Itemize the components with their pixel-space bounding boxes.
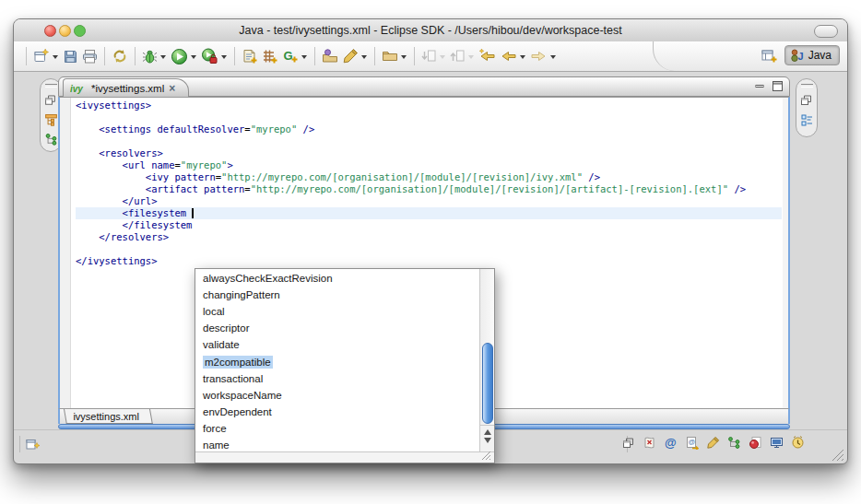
code-line[interactable]: </resolvers> xyxy=(76,231,782,243)
source-page-tab[interactable]: ivysettings.xml xyxy=(64,409,152,424)
new-file-plus-icon[interactable] xyxy=(242,48,258,64)
package-explorer-icon[interactable] xyxy=(44,113,58,127)
code-line[interactable] xyxy=(76,243,782,255)
pen-icon[interactable] xyxy=(342,48,359,64)
editor-tab-ivysettings[interactable]: ivy *ivysettings.xml × xyxy=(63,78,189,98)
main-toolbar: G J Java xyxy=(14,41,847,72)
code-line[interactable]: <artifact pattern="http://myrepo.com/[or… xyxy=(76,183,782,195)
autocomplete-item[interactable]: local xyxy=(195,303,479,320)
search-icon[interactable] xyxy=(706,436,720,450)
autocomplete-item[interactable]: changingPattern xyxy=(195,287,479,303)
back-dropdown-icon[interactable] xyxy=(520,55,525,59)
toolbar-separator xyxy=(374,47,375,65)
javadoc-icon[interactable]: @ xyxy=(664,436,678,450)
autocomplete-item[interactable]: force xyxy=(195,420,479,437)
next-annotation-icon[interactable] xyxy=(421,49,437,64)
trim-handle[interactable] xyxy=(45,84,57,88)
call-hierarchy-icon[interactable] xyxy=(727,436,741,450)
trim-handle[interactable] xyxy=(801,84,813,88)
window-resize-grip-icon[interactable] xyxy=(832,450,844,461)
run-icon[interactable] xyxy=(171,48,188,65)
toolbar-separator xyxy=(314,47,315,65)
autocomplete-item[interactable]: envDependent xyxy=(195,404,479,420)
code-line[interactable]: </ivysettings> xyxy=(76,255,782,267)
toolbar-separator xyxy=(414,47,415,65)
code-line[interactable]: <ivy pattern="http://myrepo.com/[organis… xyxy=(76,171,782,183)
annotation-ruler xyxy=(60,98,71,408)
popup-scrollbar[interactable] xyxy=(479,269,494,453)
autocomplete-item[interactable]: alwaysCheckExactRevision xyxy=(195,270,479,287)
java-perspective-button[interactable]: J Java xyxy=(784,45,840,65)
new-g-dropdown-icon[interactable] xyxy=(301,55,307,59)
save-icon[interactable] xyxy=(63,49,78,64)
run-dropdown-icon[interactable] xyxy=(191,55,196,59)
ivy-file-icon: ivy xyxy=(70,83,87,94)
titlebar[interactable]: Java - test/ivysettings.xml - Eclipse SD… xyxy=(14,19,847,42)
type-hierarchy-icon[interactable] xyxy=(44,133,58,147)
folder-icon[interactable] xyxy=(382,48,398,64)
outline-icon[interactable] xyxy=(800,113,814,127)
restore-views-icon[interactable] xyxy=(800,94,813,107)
workbench: ivy *ivysettings.xml × <ivysettings> <se… xyxy=(14,72,847,430)
new-wizard-icon[interactable] xyxy=(33,48,50,64)
autocomplete-item[interactable]: workspaceName xyxy=(195,387,479,404)
back-icon[interactable] xyxy=(500,48,517,65)
open-perspective-icon[interactable] xyxy=(761,47,777,64)
minimize-window-button[interactable] xyxy=(59,25,71,37)
scroll-up-icon[interactable] xyxy=(484,429,491,435)
next-annotation-dropdown-icon[interactable] xyxy=(440,55,445,59)
autocomplete-list: alwaysCheckExactRevisionchangingPatternl… xyxy=(195,269,479,453)
restore-views-icon[interactable] xyxy=(622,437,635,450)
run-external-dropdown-icon[interactable] xyxy=(221,55,227,59)
autocomplete-item[interactable]: descriptor xyxy=(195,320,479,336)
svg-text:@: @ xyxy=(665,436,677,450)
autocomplete-item[interactable]: transactional xyxy=(195,370,479,387)
forward-dropdown-icon[interactable] xyxy=(550,55,556,59)
code-line[interactable]: <settings defaultResolver="myrepo" /> xyxy=(76,123,782,135)
error-log-icon[interactable] xyxy=(643,436,656,450)
code-line[interactable]: </filesystem xyxy=(76,219,782,231)
scrollbar-thumb[interactable] xyxy=(482,343,493,424)
declaration-icon[interactable]: @ xyxy=(685,436,699,450)
code-line[interactable]: <url name="myrepo"> xyxy=(76,159,782,171)
code-line[interactable]: <filesystem xyxy=(76,207,782,219)
console-icon[interactable] xyxy=(770,436,784,450)
scroll-down-icon[interactable] xyxy=(484,438,491,443)
svg-text:@: @ xyxy=(689,438,696,446)
code-line[interactable] xyxy=(76,111,782,123)
window-title: Java - test/ivysettings.xml - Eclipse SD… xyxy=(97,19,764,41)
breakpoints-icon[interactable] xyxy=(749,436,762,450)
forward-icon[interactable] xyxy=(530,48,548,65)
zoom-window-button[interactable] xyxy=(74,25,86,37)
autocomplete-item[interactable]: validate xyxy=(195,336,479,353)
open-folder-icon[interactable] xyxy=(322,48,338,64)
history-icon[interactable] xyxy=(791,436,805,450)
previous-annotation-dropdown-icon[interactable] xyxy=(468,55,474,59)
minimized-views-tray: @ @ xyxy=(622,436,805,450)
new-grid-plus-icon[interactable] xyxy=(262,48,278,64)
debug-dropdown-icon[interactable] xyxy=(160,55,166,59)
run-external-icon[interactable] xyxy=(201,48,218,65)
code-line[interactable]: <ivysettings> xyxy=(76,100,782,111)
folder-dropdown-icon[interactable] xyxy=(401,55,407,59)
fast-view-icon[interactable] xyxy=(25,436,41,452)
maximize-view-icon[interactable] xyxy=(772,80,784,92)
code-line[interactable]: </url> xyxy=(76,195,782,207)
previous-annotation-icon[interactable] xyxy=(450,49,466,64)
print-icon[interactable] xyxy=(82,49,98,64)
minimize-view-icon[interactable] xyxy=(754,80,766,92)
popup-resize-grip-icon[interactable] xyxy=(481,451,491,460)
toolbar-toggle-button[interactable] xyxy=(814,25,838,38)
refresh-icon[interactable] xyxy=(112,48,128,64)
autocomplete-item[interactable]: m2compatible xyxy=(195,353,479,369)
new-wizard-dropdown-icon[interactable] xyxy=(53,55,58,59)
code-line[interactable]: <resolvers> xyxy=(76,147,782,159)
close-window-button[interactable] xyxy=(44,25,56,37)
restore-views-icon[interactable] xyxy=(44,94,57,107)
close-tab-icon[interactable]: × xyxy=(169,84,175,93)
new-g-plus-icon[interactable]: G xyxy=(282,48,299,64)
debug-icon[interactable] xyxy=(142,49,158,64)
pen-dropdown-icon[interactable] xyxy=(361,55,367,59)
last-edit-location-icon[interactable] xyxy=(478,48,496,65)
code-line[interactable] xyxy=(76,135,782,147)
